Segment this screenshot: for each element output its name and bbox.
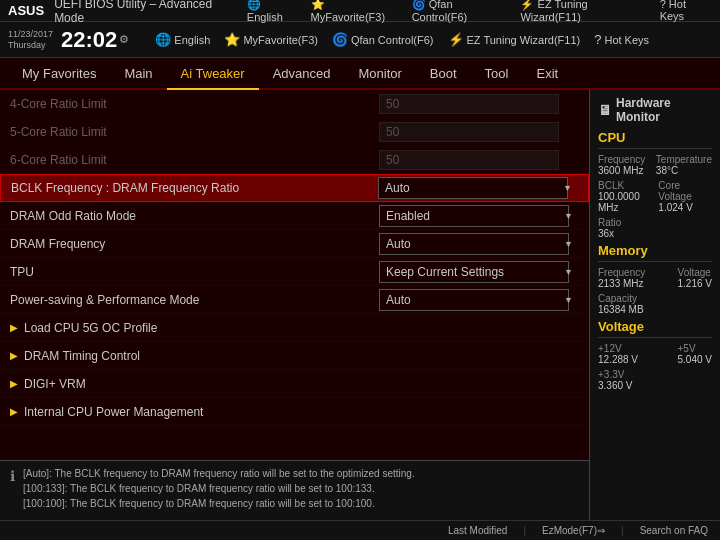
setting-value-dram-odd: EnabledDisabled [379, 205, 579, 227]
second-bar: 11/23/2017 Thursday 22:02 ⚙ 🌐English⭐MyF… [0, 22, 720, 58]
nav-tab-tool[interactable]: Tool [471, 58, 523, 90]
setting-input-4-core-ratio [379, 94, 559, 114]
tool-language[interactable]: 🌐 English [247, 0, 299, 23]
secondbar-hotkeys[interactable]: ?Hot Keys [594, 32, 649, 47]
setting-row-power-saving: Power-saving & Performance ModeAutoPower… [0, 286, 589, 314]
setting-row-dram-odd: DRAM Odd Ratio ModeEnabledDisabled [0, 202, 589, 230]
hw-row-cpu: BCLK 100.0000 MHzCore Voltage 1.024 V [598, 180, 712, 213]
date-display: 11/23/2017 Thursday [8, 29, 53, 51]
setting-label-power-saving: Power-saving & Performance Mode [10, 293, 379, 307]
nav-tab-advanced[interactable]: Advanced [259, 58, 345, 90]
setting-expandable-dram-timing[interactable]: ▶ DRAM Timing Control [0, 342, 589, 370]
expandable-label-digi-vrm: DIGI+ VRM [24, 377, 86, 391]
info-box: ℹ [Auto]: The BCLK frequency to DRAM fre… [0, 460, 589, 520]
hw-label: BCLK [598, 180, 658, 191]
select-wrapper-power-saving[interactable]: AutoPower SavingPerformance [379, 289, 579, 311]
setting-select-bclk-dram[interactable]: Auto100:133100:100 [378, 177, 568, 199]
expand-arrow-internal-cpu: ▶ [10, 406, 18, 417]
setting-label-bclk-dram: BCLK Frequency : DRAM Frequency Ratio [11, 181, 378, 195]
info-icon: ℹ [10, 468, 15, 515]
hw-value: 1.024 V [658, 202, 712, 213]
hw-value: 36x [598, 228, 712, 239]
hw-value: 12.288 V [598, 354, 638, 365]
secondbar-myfavorite[interactable]: ⭐MyFavorite(F3) [224, 32, 318, 47]
tool-myfavorite[interactable]: ⭐ MyFavorite(F3) [311, 0, 400, 23]
setting-select-tpu[interactable]: Keep Current SettingsTPU ITPU II [379, 261, 569, 283]
secondbar-qfan[interactable]: 🌀Qfan Control(F6) [332, 32, 434, 47]
hw-section-title-voltage: Voltage [598, 319, 712, 338]
setting-value-bclk-dram: Auto100:133100:100 [378, 177, 578, 199]
nav-tab-ai-tweaker[interactable]: Ai Tweaker [167, 58, 259, 90]
setting-row-6-core-ratio: 6-Core Ratio Limit [0, 146, 589, 174]
last-modified-btn[interactable]: Last Modified [448, 525, 507, 536]
nav-tab-exit[interactable]: Exit [522, 58, 572, 90]
datetime-display: 11/23/2017 Thursday 22:02 ⚙ [8, 27, 129, 53]
hw-label: Ratio [598, 217, 712, 228]
select-wrapper-bclk-dram[interactable]: Auto100:133100:100 [378, 177, 578, 199]
clock-display: 22:02 [61, 27, 117, 53]
setting-value-dram-freq: AutoDDR4-2133DDR4-2400DDR4-2666DDR4-3000… [379, 233, 579, 255]
expandable-label-dram-timing: DRAM Timing Control [24, 349, 140, 363]
hw-label: +12V [598, 343, 638, 354]
date-text: 11/23/2017 [8, 29, 53, 40]
setting-row-dram-freq: DRAM FrequencyAutoDDR4-2133DDR4-2400DDR4… [0, 230, 589, 258]
hw-label: Capacity [598, 293, 712, 304]
expandable-label-internal-cpu: Internal CPU Power Management [24, 405, 203, 419]
setting-expandable-internal-cpu[interactable]: ▶ Internal CPU Power Management [0, 398, 589, 426]
setting-value-4-core-ratio [379, 94, 579, 114]
ezmode-btn[interactable]: EzMode(F7)⇒ [542, 525, 605, 536]
hw-value: 3600 MHz [598, 165, 645, 176]
setting-row-bclk-dram: BCLK Frequency : DRAM Frequency RatioAut… [0, 174, 589, 202]
gear-icon[interactable]: ⚙ [119, 33, 129, 46]
settings-list: 4-Core Ratio Limit5-Core Ratio Limit6-Co… [0, 90, 589, 460]
hw-label: Temperature [656, 154, 712, 165]
hw-row-voltage: +3.3V 3.360 V [598, 369, 712, 391]
hw-row-memory: Frequency 2133 MHzVoltage 1.216 V [598, 267, 712, 289]
bios-title: UEFI BIOS Utility – Advanced Mode [54, 0, 241, 25]
search-faq-btn[interactable]: Search on FAQ [640, 525, 708, 536]
setting-row-5-core-ratio: 5-Core Ratio Limit [0, 118, 589, 146]
left-panel: 4-Core Ratio Limit5-Core Ratio Limit6-Co… [0, 90, 590, 520]
tool-qfan[interactable]: 🌀 Qfan Control(F6) [412, 0, 509, 23]
nav-tab-boot[interactable]: Boot [416, 58, 471, 90]
setting-value-power-saving: AutoPower SavingPerformance [379, 289, 579, 311]
hw-row-cpu: Frequency 3600 MHzTemperature 38°C [598, 154, 712, 176]
setting-label-dram-freq: DRAM Frequency [10, 237, 379, 251]
hw-monitor-title: 🖥 Hardware Monitor [598, 96, 712, 124]
setting-value-5-core-ratio [379, 122, 579, 142]
hw-value: 38°C [656, 165, 712, 176]
setting-select-dram-odd[interactable]: EnabledDisabled [379, 205, 569, 227]
nav-tab-main[interactable]: Main [110, 58, 166, 90]
asus-logo: ASUS [8, 3, 44, 18]
hw-row-memory: Capacity 16384 MB [598, 293, 712, 315]
hw-section-title-cpu: CPU [598, 130, 712, 149]
setting-expandable-load-cpu-5g[interactable]: ▶ Load CPU 5G OC Profile [0, 314, 589, 342]
expand-arrow-load-cpu-5g: ▶ [10, 322, 18, 333]
top-right-tools: 🌐 English⭐ MyFavorite(F3)🌀 Qfan Control(… [247, 0, 712, 23]
select-wrapper-dram-odd[interactable]: EnabledDisabled [379, 205, 579, 227]
hw-value: 3.360 V [598, 380, 712, 391]
setting-label-5-core-ratio: 5-Core Ratio Limit [10, 125, 379, 139]
select-wrapper-dram-freq[interactable]: AutoDDR4-2133DDR4-2400DDR4-2666DDR4-3000… [379, 233, 579, 255]
hw-label: +3.3V [598, 369, 712, 380]
tool-hotkeys[interactable]: ? Hot Keys [660, 0, 712, 23]
hw-value: 2133 MHz [598, 278, 645, 289]
setting-select-dram-freq[interactable]: AutoDDR4-2133DDR4-2400DDR4-2666DDR4-3000… [379, 233, 569, 255]
main-area: 4-Core Ratio Limit5-Core Ratio Limit6-Co… [0, 90, 720, 520]
select-wrapper-tpu[interactable]: Keep Current SettingsTPU ITPU II [379, 261, 579, 283]
nav-bar: My FavoritesMainAi TweakerAdvancedMonito… [0, 58, 720, 90]
hw-monitor-label: Hardware Monitor [616, 96, 712, 124]
nav-tab-monitor[interactable]: Monitor [345, 58, 416, 90]
setting-input-5-core-ratio [379, 122, 559, 142]
tool-ez-tuning[interactable]: ⚡ EZ Tuning Wizard(F11) [520, 0, 647, 23]
secondbar-language[interactable]: 🌐English [155, 32, 210, 47]
hw-label: Voltage [678, 267, 712, 278]
setting-select-power-saving[interactable]: AutoPower SavingPerformance [379, 289, 569, 311]
secondbar-ez-tuning[interactable]: ⚡EZ Tuning Wizard(F11) [448, 32, 581, 47]
nav-tab-favorites[interactable]: My Favorites [8, 58, 110, 90]
hw-section-title-memory: Memory [598, 243, 712, 262]
bottom-bar: Last Modified | EzMode(F7)⇒ | Search on … [0, 520, 720, 540]
setting-label-6-core-ratio: 6-Core Ratio Limit [10, 153, 379, 167]
setting-expandable-digi-vrm[interactable]: ▶ DIGI+ VRM [0, 370, 589, 398]
setting-label-dram-odd: DRAM Odd Ratio Mode [10, 209, 379, 223]
